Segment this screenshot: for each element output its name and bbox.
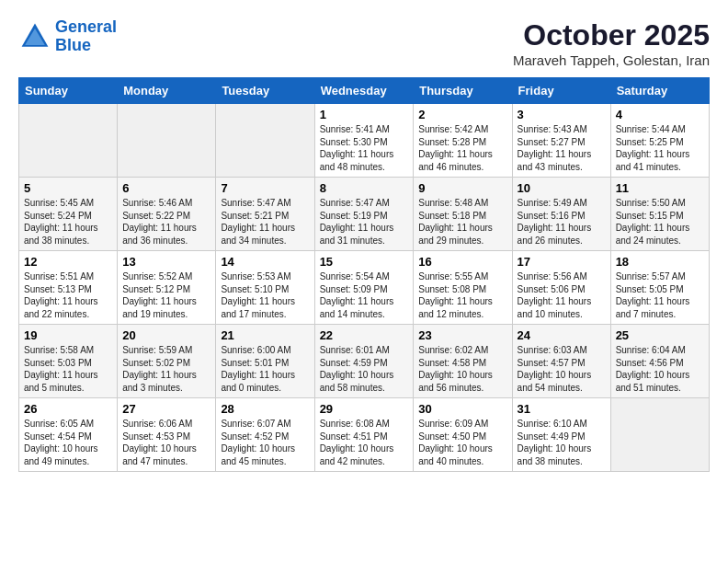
day-header-saturday: Saturday [610,78,709,104]
day-content: Sunrise: 6:06 AM Sunset: 4:53 PM Dayligh… [122,418,210,467]
calendar-cell: 17Sunrise: 5:56 AM Sunset: 5:06 PM Dayli… [512,251,610,325]
day-content: Sunrise: 6:04 AM Sunset: 4:56 PM Dayligh… [616,344,704,394]
logo-text: General Blue [55,18,117,55]
day-number: 6 [122,181,210,195]
day-number: 22 [320,328,409,342]
calendar-cell: 23Sunrise: 6:02 AM Sunset: 4:58 PM Dayli… [414,325,512,398]
calendar-cell [118,104,216,178]
calendar-cell: 15Sunrise: 5:54 AM Sunset: 5:09 PM Dayli… [314,251,414,325]
week-row: 19Sunrise: 5:58 AM Sunset: 5:03 PM Dayli… [19,325,710,398]
day-number: 28 [221,402,309,416]
calendar-cell: 25Sunrise: 6:04 AM Sunset: 4:56 PM Dayli… [610,325,709,398]
calendar-cell: 7Sunrise: 5:47 AM Sunset: 5:21 PM Daylig… [216,178,314,251]
day-number: 21 [221,328,309,342]
month-title: October 2025 [513,18,710,52]
calendar-cell: 22Sunrise: 6:01 AM Sunset: 4:59 PM Dayli… [314,325,414,398]
day-content: Sunrise: 6:01 AM Sunset: 4:59 PM Dayligh… [320,344,409,394]
day-content: Sunrise: 5:45 AM Sunset: 5:24 PM Dayligh… [24,197,112,247]
calendar-table: SundayMondayTuesdayWednesdayThursdayFrid… [18,77,710,472]
day-content: Sunrise: 5:51 AM Sunset: 5:13 PM Dayligh… [24,270,112,320]
calendar-cell: 9Sunrise: 5:48 AM Sunset: 5:18 PM Daylig… [414,178,512,251]
day-content: Sunrise: 5:46 AM Sunset: 5:22 PM Dayligh… [122,197,210,247]
calendar-cell: 3Sunrise: 5:43 AM Sunset: 5:27 PM Daylig… [512,104,610,178]
day-header-tuesday: Tuesday [216,78,314,104]
day-number: 25 [616,328,704,342]
calendar-cell: 27Sunrise: 6:06 AM Sunset: 4:53 PM Dayli… [118,398,216,472]
week-row: 1Sunrise: 5:41 AM Sunset: 5:30 PM Daylig… [19,104,710,178]
day-header-wednesday: Wednesday [314,78,414,104]
day-number: 12 [24,255,112,269]
calendar-cell: 26Sunrise: 6:05 AM Sunset: 4:54 PM Dayli… [19,398,118,472]
calendar-cell: 21Sunrise: 6:00 AM Sunset: 5:01 PM Dayli… [216,325,314,398]
day-number: 29 [320,402,409,416]
day-content: Sunrise: 6:10 AM Sunset: 4:49 PM Dayligh… [518,418,606,467]
day-number: 1 [320,108,409,121]
calendar-cell: 10Sunrise: 5:49 AM Sunset: 5:16 PM Dayli… [512,178,610,251]
day-content: Sunrise: 5:52 AM Sunset: 5:12 PM Dayligh… [122,270,210,320]
calendar-cell: 4Sunrise: 5:44 AM Sunset: 5:25 PM Daylig… [610,104,709,178]
day-content: Sunrise: 5:48 AM Sunset: 5:18 PM Dayligh… [418,197,506,247]
day-number: 16 [418,255,506,269]
day-header-friday: Friday [512,78,610,104]
day-content: Sunrise: 6:00 AM Sunset: 5:01 PM Dayligh… [221,344,309,394]
day-content: Sunrise: 5:53 AM Sunset: 5:10 PM Dayligh… [221,270,309,320]
calendar-cell: 12Sunrise: 5:51 AM Sunset: 5:13 PM Dayli… [19,251,118,325]
day-content: Sunrise: 5:47 AM Sunset: 5:19 PM Dayligh… [320,197,409,247]
calendar-cell [216,104,314,178]
calendar-header: General Blue October 2025 Maraveh Tappeh… [18,18,710,68]
day-header-thursday: Thursday [414,78,512,104]
calendar-cell: 2Sunrise: 5:42 AM Sunset: 5:28 PM Daylig… [414,104,512,178]
week-row: 26Sunrise: 6:05 AM Sunset: 4:54 PM Dayli… [19,398,710,472]
calendar-cell: 14Sunrise: 5:53 AM Sunset: 5:10 PM Dayli… [216,251,314,325]
day-number: 26 [24,402,112,416]
calendar-cell: 8Sunrise: 5:47 AM Sunset: 5:19 PM Daylig… [314,178,414,251]
calendar-cell: 5Sunrise: 5:45 AM Sunset: 5:24 PM Daylig… [19,178,118,251]
day-number: 27 [122,402,210,416]
day-number: 10 [518,181,606,195]
day-number: 14 [221,255,309,269]
calendar-header-row: SundayMondayTuesdayWednesdayThursdayFrid… [19,78,710,104]
location-subtitle: Maraveh Tappeh, Golestan, Iran [513,52,710,68]
calendar-cell: 19Sunrise: 5:58 AM Sunset: 5:03 PM Dayli… [19,325,118,398]
week-row: 12Sunrise: 5:51 AM Sunset: 5:13 PM Dayli… [19,251,710,325]
day-number: 23 [418,328,506,342]
calendar-cell: 13Sunrise: 5:52 AM Sunset: 5:12 PM Dayli… [118,251,216,325]
week-row: 5Sunrise: 5:45 AM Sunset: 5:24 PM Daylig… [19,178,710,251]
day-content: Sunrise: 5:47 AM Sunset: 5:21 PM Dayligh… [221,197,309,247]
calendar-cell: 18Sunrise: 5:57 AM Sunset: 5:05 PM Dayli… [610,251,709,325]
calendar-cell [19,104,118,178]
day-number: 19 [24,328,112,342]
calendar-cell: 24Sunrise: 6:03 AM Sunset: 4:57 PM Dayli… [512,325,610,398]
day-number: 24 [518,328,606,342]
calendar-cell: 16Sunrise: 5:55 AM Sunset: 5:08 PM Dayli… [414,251,512,325]
day-number: 7 [221,181,309,195]
logo-icon [18,20,51,53]
day-number: 31 [518,402,606,416]
day-content: Sunrise: 5:42 AM Sunset: 5:28 PM Dayligh… [418,123,506,173]
day-content: Sunrise: 5:59 AM Sunset: 5:02 PM Dayligh… [122,344,210,394]
day-number: 9 [418,181,506,195]
day-number: 8 [320,181,409,195]
day-number: 11 [616,181,704,195]
day-number: 20 [122,328,210,342]
calendar-cell: 31Sunrise: 6:10 AM Sunset: 4:49 PM Dayli… [512,398,610,472]
calendar-cell: 1Sunrise: 5:41 AM Sunset: 5:30 PM Daylig… [314,104,414,178]
day-content: Sunrise: 5:58 AM Sunset: 5:03 PM Dayligh… [24,344,112,394]
day-content: Sunrise: 5:41 AM Sunset: 5:30 PM Dayligh… [320,123,409,173]
day-number: 4 [616,108,704,121]
day-content: Sunrise: 6:02 AM Sunset: 4:58 PM Dayligh… [418,344,506,394]
day-content: Sunrise: 5:56 AM Sunset: 5:06 PM Dayligh… [518,270,606,320]
day-content: Sunrise: 6:08 AM Sunset: 4:51 PM Dayligh… [320,418,409,467]
calendar-body: 1Sunrise: 5:41 AM Sunset: 5:30 PM Daylig… [19,104,710,472]
day-number: 30 [418,402,506,416]
day-header-sunday: Sunday [19,78,118,104]
day-content: Sunrise: 5:50 AM Sunset: 5:15 PM Dayligh… [616,197,704,247]
day-number: 17 [518,255,606,269]
day-content: Sunrise: 5:54 AM Sunset: 5:09 PM Dayligh… [320,270,409,320]
day-content: Sunrise: 5:43 AM Sunset: 5:27 PM Dayligh… [518,123,606,173]
calendar-cell: 30Sunrise: 6:09 AM Sunset: 4:50 PM Dayli… [414,398,512,472]
day-number: 18 [616,255,704,269]
logo: General Blue [18,18,117,55]
day-number: 3 [518,108,606,121]
calendar-cell: 11Sunrise: 5:50 AM Sunset: 5:15 PM Dayli… [610,178,709,251]
